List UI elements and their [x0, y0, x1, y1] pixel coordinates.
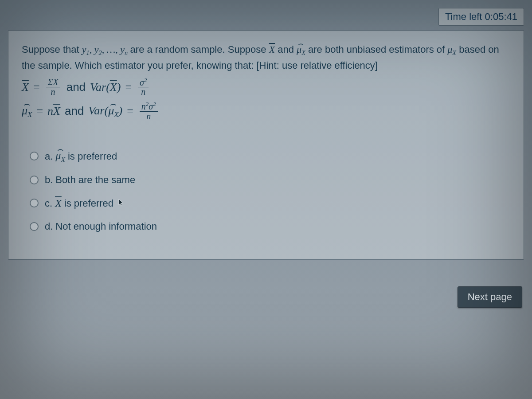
answer-letter: c. [45, 196, 52, 211]
answer-text-b: Both are the same [55, 172, 135, 187]
stem-text: are a random sample. Suppose [130, 44, 269, 55]
answer-option-d[interactable]: d. Not enough information [30, 219, 510, 234]
timer-row: Time left 0:05:41 [8, 8, 524, 26]
equation-2: μX = nX and Var(μX) = n2σ2 n [22, 101, 510, 121]
answer-text-c: is preferred [64, 196, 113, 211]
mouse-cursor-icon [118, 196, 124, 211]
answer-option-b[interactable]: b. Both are the same [30, 172, 510, 187]
answer-text-a: is preferred [68, 149, 117, 164]
stem-text: and [278, 44, 297, 55]
stem-text: are both unbiased estimators of [308, 44, 447, 55]
answer-letter: b. [45, 172, 53, 187]
radio-icon[interactable] [30, 176, 39, 184]
question-box: Suppose that y1, y2, …, yn are a random … [8, 30, 524, 260]
time-left-box: Time left 0:05:41 [438, 8, 524, 26]
radio-icon[interactable] [30, 152, 39, 160]
radio-icon[interactable] [30, 222, 39, 231]
next-page-button[interactable]: Next page [458, 286, 522, 308]
answer-option-a[interactable]: a. μX is preferred [30, 148, 510, 164]
answer-letter: d. [45, 219, 53, 234]
radio-icon[interactable] [30, 199, 39, 207]
answer-list: a. μX is preferred b. Both are the same … [22, 148, 510, 234]
answer-text-d: Not enough information [55, 219, 157, 234]
equation-1: X = ΣX n and Var(X) = σ2 n [22, 77, 510, 97]
bottom-bar: Next page [8, 286, 524, 308]
question-stem: Suppose that y1, y2, …, yn are a random … [22, 42, 510, 73]
answer-letter: a. [45, 149, 53, 164]
stem-text: Suppose that [22, 44, 82, 55]
answer-option-c[interactable]: c. X is preferred [30, 195, 510, 211]
quiz-page: Time left 0:05:41 Suppose that y1, y2, …… [0, 0, 532, 308]
